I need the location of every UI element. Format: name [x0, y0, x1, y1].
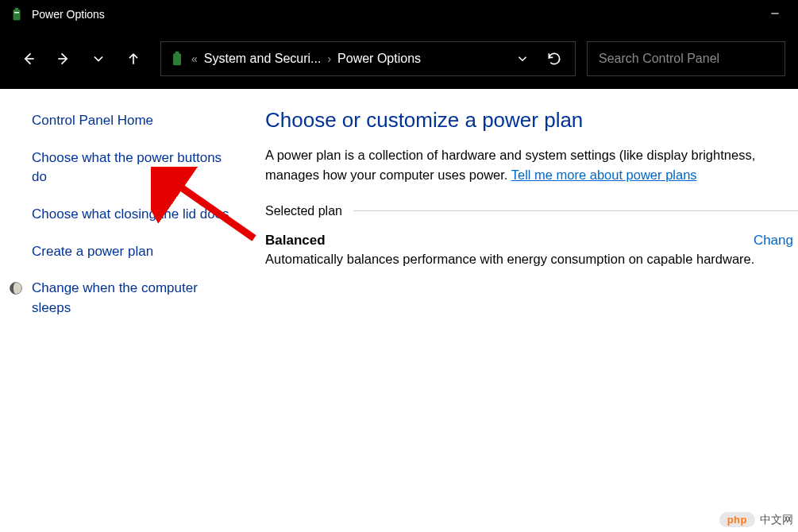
svg-rect-1 — [15, 8, 19, 10]
page-heading: Choose or customize a power plan — [265, 108, 798, 133]
minimize-button[interactable] — [761, 6, 788, 23]
moon-icon — [8, 280, 24, 296]
address-dropdown-button[interactable] — [510, 52, 535, 66]
window-title: Power Options — [32, 8, 105, 21]
svg-rect-6 — [173, 53, 181, 65]
up-button[interactable] — [118, 41, 149, 76]
title-bar: Power Options — [0, 0, 798, 29]
page-description: A power plan is a collection of hardware… — [265, 145, 798, 185]
main-panel: Choose or customize a power plan A power… — [246, 89, 798, 532]
sidebar: Control Panel Home Choose what the power… — [0, 89, 246, 532]
section-label: Selected plan — [265, 204, 342, 218]
svg-rect-2 — [14, 12, 19, 13]
section-header: Selected plan — [265, 204, 798, 218]
sidebar-link-home[interactable]: Control Panel Home — [32, 111, 232, 131]
content-area: Control Panel Home Choose what the power… — [0, 89, 798, 532]
sidebar-link-power-buttons[interactable]: Choose what the power buttons do — [32, 148, 232, 187]
nav-bar: « System and Securi... › Power Options S… — [0, 29, 798, 89]
watermark: php 中文网 — [719, 512, 793, 527]
plan-description: Automatically balances performance with … — [265, 252, 798, 267]
forward-button[interactable] — [48, 41, 79, 76]
breadcrumb-segment[interactable]: Power Options — [337, 52, 421, 66]
svg-rect-7 — [175, 52, 179, 54]
change-plan-settings-link[interactable]: Chang — [754, 233, 793, 249]
battery-icon — [10, 7, 24, 21]
watermark-badge: php — [719, 512, 755, 527]
sidebar-link-create-plan[interactable]: Create a power plan — [32, 242, 232, 262]
address-bar[interactable]: « System and Securi... › Power Options — [160, 41, 576, 76]
recent-locations-button[interactable] — [83, 41, 114, 76]
plan-name: Balanced — [265, 233, 326, 249]
breadcrumb-segment[interactable]: System and Securi... — [204, 52, 322, 66]
sidebar-link-sleep-settings[interactable]: Change when the computer sleeps — [32, 279, 232, 318]
learn-more-link[interactable]: Tell me more about power plans — [511, 168, 697, 182]
refresh-button[interactable] — [542, 51, 567, 67]
separator-line — [353, 210, 798, 211]
battery-icon — [169, 51, 185, 67]
svg-rect-0 — [13, 10, 21, 21]
back-button[interactable] — [13, 41, 44, 76]
search-placeholder: Search Control Panel — [599, 52, 719, 66]
chevron-right-icon: › — [327, 52, 331, 65]
plan-row: Balanced Chang — [265, 233, 798, 249]
search-input[interactable]: Search Control Panel — [587, 41, 785, 76]
breadcrumb-overflow[interactable]: « — [191, 52, 198, 65]
sidebar-link-close-lid[interactable]: Choose what closing the lid does — [32, 205, 232, 225]
watermark-text: 中文网 — [760, 513, 793, 527]
